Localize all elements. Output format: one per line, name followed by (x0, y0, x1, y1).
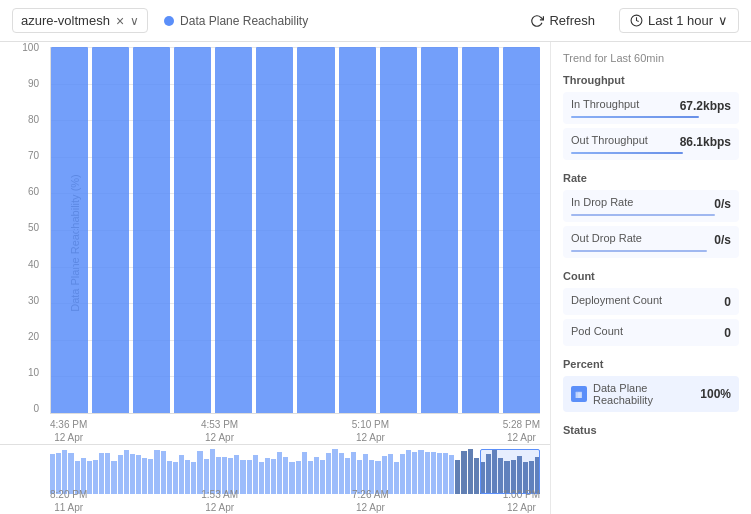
x-label: 4:36 PM12 Apr (50, 418, 87, 444)
in-drop-rate-value: 0/s (714, 197, 731, 211)
out-drop-sparkline (571, 250, 707, 252)
y-tick: 60 (28, 186, 39, 197)
x-axis-labels: 4:36 PM12 Apr 4:53 PM12 Apr 5:10 PM12 Ap… (50, 418, 540, 444)
chart-bar (380, 47, 417, 413)
chart-bar (51, 47, 88, 413)
chart-bar (256, 47, 293, 413)
time-range-label: Last 1 hour (648, 13, 713, 28)
status-section: Status (563, 424, 739, 436)
rate-title: Rate (563, 172, 739, 184)
in-drop-sparkline (571, 214, 715, 216)
chart-bar (92, 47, 129, 413)
chart-bar (297, 47, 334, 413)
throughput-title: Throughput (563, 74, 739, 86)
deployment-count-row: Deployment Count 0 (563, 288, 739, 315)
legend-label: Data Plane Reachability (180, 14, 308, 28)
deployment-count-value: 0 (724, 295, 731, 309)
percent-label: Data Plane Reachability (593, 382, 694, 406)
chart-bar (215, 47, 252, 413)
pod-count-header: Pod Count 0 (571, 325, 731, 340)
y-tick: 70 (28, 150, 39, 161)
main-chart: Data Plane Reachability (%) 100 90 80 70… (0, 42, 550, 444)
in-throughput-header: In Throughput 67.2kbps (571, 98, 731, 113)
refresh-icon (530, 14, 544, 28)
chart-area: Data Plane Reachability (%) 100 90 80 70… (0, 42, 551, 514)
sidebar: Trend for Last 60min Throughput In Throu… (551, 42, 751, 514)
clock-icon (630, 14, 643, 27)
top-bar-actions: Refresh Last 1 hour ∨ (522, 8, 739, 33)
filter-tag[interactable]: azure-voltmesh × ∨ (12, 8, 148, 33)
throughput-section: Throughput In Throughput 67.2kbps Out Th… (563, 74, 739, 160)
y-tick: 90 (28, 78, 39, 89)
chart-bar (421, 47, 458, 413)
in-throughput-value: 67.2kbps (680, 99, 731, 113)
count-title: Count (563, 270, 739, 282)
main-content: Data Plane Reachability (%) 100 90 80 70… (0, 42, 751, 514)
status-title: Status (563, 424, 739, 436)
percent-icon: ▦ (571, 386, 587, 402)
y-tick: 30 (28, 295, 39, 306)
out-throughput-sparkline (571, 152, 683, 154)
out-drop-rate-label: Out Drop Rate (571, 232, 642, 244)
x-label: 4:53 PM12 Apr (201, 418, 238, 444)
y-tick: 80 (28, 114, 39, 125)
bars-container (50, 47, 540, 414)
percent-section: Percent ▦ Data Plane Reachability 100% (563, 358, 739, 412)
out-throughput-row: Out Throughput 86.1kbps (563, 128, 739, 160)
chart-bar (339, 47, 376, 413)
y-axis-ticks: 100 90 80 70 60 50 40 30 20 10 0 (0, 42, 45, 414)
mini-x-labels: 8:20 PM11 Apr 1:53 AM12 Apr 7:26 AM12 Ap… (50, 488, 540, 514)
chart-bar (462, 47, 499, 413)
chart-bar (503, 47, 540, 413)
data-plane-reachability-row: ▦ Data Plane Reachability 100% (563, 376, 739, 412)
refresh-label: Refresh (549, 13, 595, 28)
mini-x-label: 8:20 PM11 Apr (50, 488, 87, 514)
out-throughput-label: Out Throughput (571, 134, 648, 146)
mini-x-label: 1:53 AM12 Apr (201, 488, 238, 514)
out-drop-rate-header: Out Drop Rate 0/s (571, 232, 731, 247)
y-tick: 0 (33, 403, 39, 414)
refresh-button[interactable]: Refresh (522, 9, 603, 32)
time-range-chevron: ∨ (718, 13, 728, 28)
trend-title: Trend for Last 60min (563, 52, 739, 64)
legend-dot (164, 16, 174, 26)
pod-count-value: 0 (724, 326, 731, 340)
out-throughput-value: 86.1kbps (680, 135, 731, 149)
in-drop-rate-row: In Drop Rate 0/s (563, 190, 739, 222)
top-bar: azure-voltmesh × ∨ Data Plane Reachabili… (0, 0, 751, 42)
pod-count-row: Pod Count 0 (563, 319, 739, 346)
mini-x-label: 1:00 PM12 Apr (503, 488, 540, 514)
legend-item: Data Plane Reachability (164, 14, 308, 28)
out-drop-rate-value: 0/s (714, 233, 731, 247)
y-tick: 20 (28, 331, 39, 342)
in-throughput-label: In Throughput (571, 98, 639, 110)
chart-bar (133, 47, 170, 413)
percent-title: Percent (563, 358, 739, 370)
chart-bar (174, 47, 211, 413)
deployment-count-label: Deployment Count (571, 294, 662, 306)
in-throughput-row: In Throughput 67.2kbps (563, 92, 739, 124)
pod-count-label: Pod Count (571, 325, 623, 337)
in-throughput-sparkline (571, 116, 699, 118)
mini-x-label: 7:26 AM12 Apr (352, 488, 389, 514)
y-tick: 100 (22, 42, 39, 53)
in-drop-rate-label: In Drop Rate (571, 196, 633, 208)
filter-chevron-icon[interactable]: ∨ (130, 14, 139, 28)
y-tick: 40 (28, 259, 39, 270)
x-label: 5:28 PM12 Apr (503, 418, 540, 444)
count-section: Count Deployment Count 0 Pod Count 0 (563, 270, 739, 346)
filter-tag-text: azure-voltmesh (21, 13, 110, 28)
mini-chart: 8:20 PM11 Apr 1:53 AM12 Apr 7:26 AM12 Ap… (0, 444, 550, 514)
filter-close-icon[interactable]: × (116, 14, 124, 28)
time-range-button[interactable]: Last 1 hour ∨ (619, 8, 739, 33)
deployment-count-header: Deployment Count 0 (571, 294, 731, 309)
x-label: 5:10 PM12 Apr (352, 418, 389, 444)
percent-value: 100% (700, 387, 731, 401)
out-throughput-header: Out Throughput 86.1kbps (571, 134, 731, 149)
in-drop-rate-header: In Drop Rate 0/s (571, 196, 731, 211)
out-drop-rate-row: Out Drop Rate 0/s (563, 226, 739, 258)
y-tick: 10 (28, 367, 39, 378)
rate-section: Rate In Drop Rate 0/s Out Drop Rate 0/s (563, 172, 739, 258)
y-tick: 50 (28, 222, 39, 233)
